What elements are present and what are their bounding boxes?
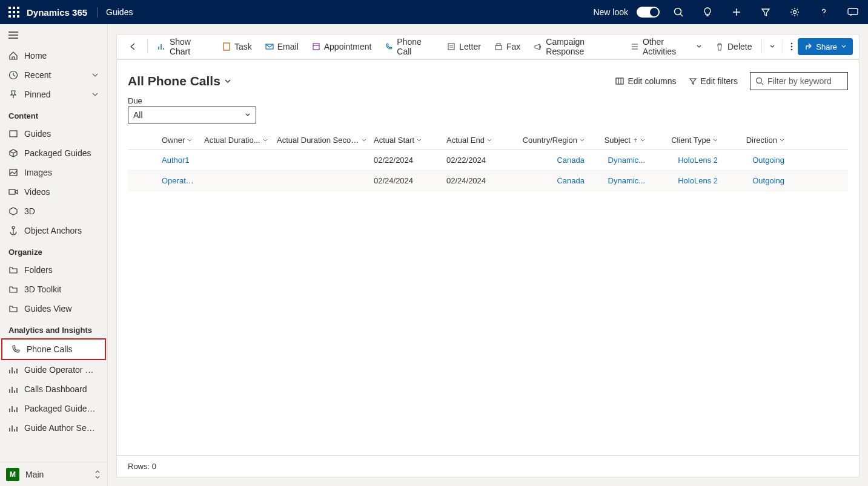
email-button[interactable]: Email — [259, 37, 305, 56]
col-select[interactable] — [128, 131, 158, 149]
svg-rect-18 — [448, 44, 454, 50]
cell-client[interactable]: HoloLens 2 — [649, 156, 721, 165]
col-end[interactable]: Actual End — [443, 131, 515, 149]
cell-direction[interactable]: Outgoing — [721, 176, 788, 185]
app-launcher-icon[interactable] — [8, 7, 19, 18]
svg-rect-22 — [497, 44, 500, 45]
svg-rect-12 — [9, 189, 15, 194]
app-name-label: Guides — [106, 7, 133, 17]
cell-direction[interactable]: Outgoing — [721, 156, 788, 165]
nav-3d-toolkit[interactable]: 3D Toolkit — [0, 280, 107, 299]
add-icon[interactable] — [726, 0, 747, 24]
nav-author-sessions[interactable]: Guide Author Sessions — [0, 418, 107, 438]
col-start[interactable]: Actual Start — [370, 131, 443, 149]
col-direction[interactable]: Direction — [721, 131, 788, 149]
chevron-down-icon — [696, 44, 702, 50]
share-button[interactable]: Share — [798, 38, 853, 55]
nav-pinned[interactable]: Pinned — [0, 85, 107, 104]
folder-icon — [8, 304, 18, 314]
col-duration-min[interactable]: Actual Duratio... — [200, 131, 273, 149]
filter-icon — [689, 77, 697, 85]
nav-phone-calls[interactable]: Phone Calls — [2, 340, 105, 359]
nav-guides-view[interactable]: Guides View — [0, 299, 107, 318]
nav-calls-dashboard[interactable]: Calls Dashboard — [0, 379, 107, 399]
area-switcher[interactable]: M Main — [0, 462, 107, 486]
nav-guides[interactable]: Guides — [0, 124, 107, 143]
back-button[interactable] — [123, 37, 144, 56]
cell-start: 02/24/2024 — [370, 176, 443, 185]
appointment-button[interactable]: Appointment — [306, 37, 378, 56]
delete-chevron[interactable] — [766, 37, 779, 56]
cell-owner[interactable]: Operator2 — [158, 176, 200, 185]
separator — [147, 39, 148, 54]
pin-icon — [8, 90, 18, 99]
task-button[interactable]: Task — [216, 37, 258, 56]
hamburger-icon[interactable] — [0, 24, 107, 46]
help-icon[interactable] — [813, 0, 834, 24]
nav-operator-sessions[interactable]: Guide Operator Sessi... — [0, 360, 107, 379]
keyword-filter[interactable] — [750, 72, 848, 90]
cell-country[interactable]: Canada — [515, 156, 588, 165]
chevron-down-icon — [263, 138, 268, 143]
nav-object-anchors[interactable]: Object Anchors — [0, 221, 107, 240]
table-row[interactable]: Author1 02/22/2024 02/22/2024 Canada Dyn… — [128, 150, 848, 171]
cell-country[interactable]: Canada — [515, 176, 588, 185]
nav-recent[interactable]: Recent — [0, 65, 107, 85]
nav-home[interactable]: Home — [0, 46, 107, 65]
col-country[interactable]: Country/Region — [515, 131, 588, 149]
show-chart-button[interactable]: Show Chart — [151, 37, 215, 56]
svg-line-33 — [761, 83, 763, 85]
letter-button[interactable]: Letter — [441, 37, 487, 56]
other-activities-button[interactable]: Other Activities — [624, 37, 708, 56]
col-owner[interactable]: Owner — [158, 131, 200, 149]
keyword-input[interactable] — [767, 76, 843, 86]
sidebar: Home Recent Pinned Content Guides Packag… — [0, 24, 108, 486]
chevron-down-icon — [841, 44, 847, 50]
chevron-down-icon — [780, 138, 784, 143]
phone-call-button[interactable]: Phone Call — [379, 37, 440, 56]
cell-end: 02/22/2024 — [443, 156, 515, 165]
section-organize: Organize — [0, 240, 107, 260]
assistant-icon[interactable] — [843, 0, 863, 24]
edit-filters-button[interactable]: Edit filters — [689, 76, 738, 86]
col-client[interactable]: Client Type — [649, 131, 721, 149]
nav-pinned-label: Pinned — [24, 90, 85, 99]
section-content: Content — [0, 104, 107, 124]
image-icon — [8, 168, 18, 177]
cell-client[interactable]: HoloLens 2 — [649, 176, 721, 185]
cell-owner[interactable]: Author1 — [158, 156, 200, 165]
megaphone-icon — [534, 42, 542, 51]
cell-subject[interactable]: Dynamic... — [588, 176, 649, 185]
delete-button[interactable]: Delete — [709, 37, 758, 56]
svg-rect-21 — [495, 45, 502, 50]
nav-images[interactable]: Images — [0, 163, 107, 182]
lightbulb-icon[interactable] — [697, 0, 718, 24]
nav-packaged-guides[interactable]: Packaged Guides — [0, 143, 107, 163]
trash-icon — [715, 42, 724, 51]
cube-icon — [8, 206, 18, 216]
nav-3d[interactable]: 3D — [0, 202, 107, 221]
nav-packaged-op[interactable]: Packaged Guides Op... — [0, 399, 107, 418]
overflow-button[interactable] — [787, 37, 797, 56]
col-subject[interactable]: Subject — [588, 131, 649, 149]
search-icon[interactable] — [668, 0, 689, 24]
filter-icon[interactable] — [755, 0, 776, 24]
table-row[interactable]: Operator2 02/24/2024 02/24/2024 Canada D… — [128, 171, 848, 191]
fax-button[interactable]: Fax — [488, 37, 526, 56]
edit-columns-button[interactable]: Edit columns — [615, 76, 676, 86]
row-count: Rows: 0 — [128, 462, 156, 471]
more-icon — [790, 42, 793, 51]
view-selector[interactable]: All Phone Calls — [128, 74, 231, 88]
expand-icon — [94, 470, 101, 479]
svg-rect-16 — [313, 44, 319, 50]
nav-folders[interactable]: Folders — [0, 260, 107, 280]
gear-icon[interactable] — [784, 0, 805, 24]
col-duration-sec[interactable]: Actual Duration Seconds — [273, 131, 370, 149]
separator — [783, 39, 783, 54]
due-select[interactable]: All — [128, 107, 256, 123]
cell-subject[interactable]: Dynamic... — [588, 156, 649, 165]
nav-videos[interactable]: Videos — [0, 182, 107, 202]
new-look-toggle[interactable] — [637, 7, 660, 18]
campaign-button[interactable]: Campaign Response — [528, 37, 623, 56]
command-bar: Show Chart Task Email Appointment Phone … — [116, 34, 860, 59]
